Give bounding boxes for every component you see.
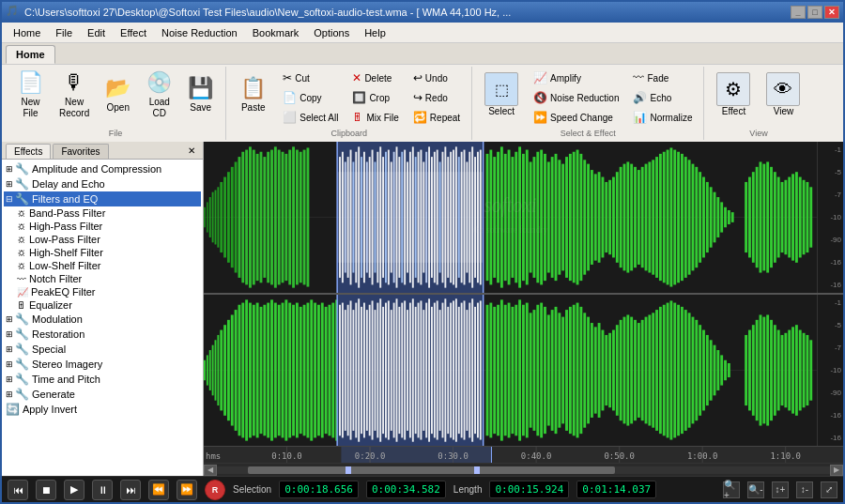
effect-button[interactable]: ⚙ Effect <box>710 69 757 121</box>
db-label-12: -90 <box>820 389 841 397</box>
tree-stereo[interactable]: ⊞ 🔧 Stereo Imagery <box>4 357 201 372</box>
svg-rect-230 <box>361 307 362 434</box>
panel-close-button[interactable]: ✕ <box>184 144 199 159</box>
tree-special[interactable]: ⊞ 🔧 Special <box>4 342 201 357</box>
play-button[interactable]: ▶ <box>64 480 84 500</box>
svg-rect-241 <box>391 310 392 431</box>
scroll-left-button[interactable]: ◀ <box>204 465 217 476</box>
tree-highshelf[interactable]: ⛭ High-Shelf Filter <box>4 246 201 259</box>
cut-button[interactable]: ✂ Cut <box>277 69 344 87</box>
paste-button[interactable]: 📋 Paste <box>232 69 274 121</box>
tree-notch[interactable]: 〰 Notch Filter <box>4 272 201 285</box>
repeat-button[interactable]: 🔁 Repeat <box>407 108 466 127</box>
highpass-label: High-Pass Filter <box>29 221 102 232</box>
svg-rect-6 <box>215 191 217 245</box>
speed-change-button[interactable]: ⏩ Speed Change <box>528 108 624 127</box>
tree-restoration[interactable]: ⊞ 🔧 Restoration <box>4 327 201 342</box>
svg-rect-360 <box>799 330 802 411</box>
svg-rect-269 <box>466 310 468 431</box>
svg-rect-14 <box>241 152 244 283</box>
tree-delay[interactable]: ⊞ 🔧 Delay and Echo <box>4 176 201 191</box>
tree-amplitude[interactable]: ⊞ 🔧 Amplitude and Compression <box>4 161 201 176</box>
save-button[interactable]: 💾 Save <box>181 69 220 121</box>
record-button[interactable]: R <box>205 480 225 500</box>
maximize-button[interactable]: □ <box>807 6 822 19</box>
minimize-button[interactable]: _ <box>791 6 806 19</box>
pause-button[interactable]: ⏸ <box>92 480 113 500</box>
close-button[interactable]: ✕ <box>824 6 839 19</box>
stereo-label: Stereo Imagery <box>32 359 102 370</box>
amplify-button[interactable]: 📈 Amplify <box>528 69 624 87</box>
normalize-button[interactable]: 📊 Normalize <box>627 108 698 127</box>
open-button[interactable]: 📂 Open <box>99 69 137 121</box>
zoom-out-horizontal-button[interactable]: 🔍- <box>747 481 764 498</box>
menu-edit[interactable]: Edit <box>80 25 113 40</box>
undo-button[interactable]: ↩ Undo <box>407 69 466 87</box>
svg-rect-277 <box>486 305 489 436</box>
svg-rect-20 <box>263 157 266 278</box>
rewind-button[interactable]: ⏮ <box>8 480 28 500</box>
zoom-in-horizontal-button[interactable]: 🔍+ <box>723 481 740 498</box>
menu-noise-reduction[interactable]: Noise Reduction <box>154 25 245 40</box>
tree-bandpass[interactable]: ⛭ Band-Pass Filter <box>4 206 201 220</box>
svg-rect-302 <box>576 303 579 438</box>
tree-lowshelf[interactable]: ⛭ Low-Shelf Filter <box>4 259 201 272</box>
menu-options[interactable]: Options <box>306 25 357 40</box>
redo-button[interactable]: ↪ Redo <box>407 88 466 107</box>
db-label-10: -7 <box>820 344 841 352</box>
scrollbar-thumb[interactable] <box>248 466 616 474</box>
tree-generate[interactable]: ⊞ 🔧 Generate <box>4 387 201 402</box>
zoom-in-vertical-button[interactable]: ↕+ <box>772 481 789 498</box>
svg-rect-55 <box>393 152 395 283</box>
horizontal-scrollbar[interactable]: ◀ ▶ <box>204 463 843 476</box>
tree-applyinvert[interactable]: 🔄 Apply Invert <box>4 402 201 417</box>
svg-rect-234 <box>372 300 374 439</box>
new-file-button[interactable]: 📄 NewFile <box>11 69 50 121</box>
tree-highpass[interactable]: ⛭ High-Pass Filter <box>4 220 201 233</box>
menu-bookmark[interactable]: Bookmark <box>245 25 307 40</box>
scroll-right-button[interactable]: ▶ <box>830 465 843 476</box>
tree-modulation[interactable]: ⊞ 🔧 Modulation <box>4 312 201 327</box>
svg-rect-24 <box>278 150 281 285</box>
menu-effect[interactable]: Effect <box>113 25 154 40</box>
echo-button[interactable]: 🔊 Echo <box>627 88 698 107</box>
select-button[interactable]: ⬚ Select <box>478 69 525 121</box>
delete-button[interactable]: ✕ Delete <box>346 69 404 87</box>
undo-label: Undo <box>425 73 448 84</box>
stop-button[interactable]: ⏹ <box>36 480 56 500</box>
svg-rect-107 <box>547 161 550 272</box>
load-cd-button[interactable]: 💿 LoadCD <box>140 69 178 121</box>
view-button[interactable]: 👁 View <box>760 69 807 121</box>
svg-rect-177 <box>809 187 812 247</box>
svg-rect-25 <box>282 152 284 283</box>
new-record-button[interactable]: 🎙 NewRecord <box>53 69 96 121</box>
effects-tab[interactable]: Effects <box>6 144 51 159</box>
favorites-tab[interactable]: Favorites <box>53 144 108 159</box>
fast-forward-button[interactable]: ⏭ <box>120 480 141 500</box>
tree-lowpass[interactable]: ⛭ Low-Pass Filter <box>4 233 201 246</box>
mix-file-button[interactable]: 🎚 Mix File <box>346 108 404 127</box>
svg-rect-194 <box>241 303 244 438</box>
skip-back-button[interactable]: ⏪ <box>148 480 169 500</box>
tree-equalizer[interactable]: 🎚 Equalizer <box>4 298 201 312</box>
noise-reduction-button[interactable]: 🔇 Noise Reduction <box>528 88 624 107</box>
zoom-out-vertical-button[interactable]: ↕- <box>796 481 813 498</box>
select-all-button[interactable]: ⬜ Select All <box>277 108 344 127</box>
tree-filters[interactable]: ⊟ 🔧 Filters and EQ <box>4 191 201 206</box>
menu-home[interactable]: Home <box>6 25 48 40</box>
open-label: Open <box>107 102 130 114</box>
scrollbar-track[interactable] <box>217 466 830 474</box>
skip-forward-button[interactable]: ⏩ <box>177 480 197 500</box>
fade-button[interactable]: 〰 Fade <box>627 69 698 87</box>
menu-file[interactable]: File <box>48 25 80 40</box>
svg-rect-345 <box>745 335 747 405</box>
tree-timepitch[interactable]: ⊞ 🔧 Time and Pitch <box>4 372 201 387</box>
svg-rect-350 <box>762 317 765 424</box>
crop-button[interactable]: 🔲 Crop <box>346 88 404 107</box>
ribbon-tab-home[interactable]: Home <box>6 45 55 64</box>
zoom-fit-button[interactable]: ⤢ <box>821 481 837 498</box>
copy-button[interactable]: 📄 Copy <box>277 88 344 107</box>
tree-peakeq[interactable]: 📈 PeakEQ Filter <box>4 285 201 298</box>
menu-help[interactable]: Help <box>357 25 393 40</box>
expand-filters: ⊟ <box>6 194 13 204</box>
